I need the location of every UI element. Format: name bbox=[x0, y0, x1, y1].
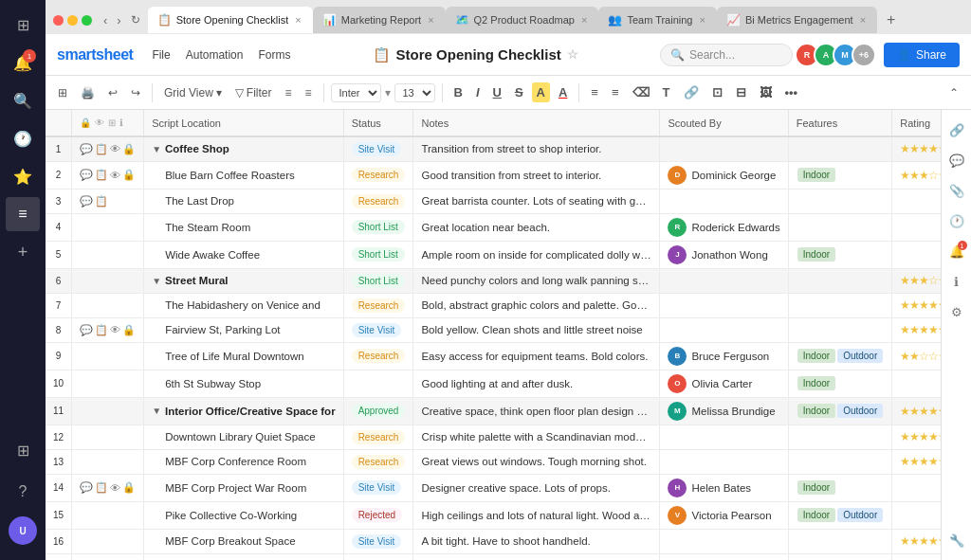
new-tab-button[interactable]: + bbox=[881, 9, 901, 30]
row-action-icon-3[interactable]: 🔒 bbox=[122, 169, 136, 181]
font-size-select[interactable]: 13 bbox=[394, 83, 435, 102]
sidebar-favorites[interactable]: ⭐ bbox=[6, 159, 40, 193]
tab-training[interactable]: 👥 Team Training × bbox=[598, 7, 717, 33]
share-button[interactable]: 👤 Share bbox=[884, 43, 960, 67]
col-script-location[interactable]: Script Location bbox=[144, 110, 344, 136]
script-location-cell: MBF Corp Project War Room bbox=[144, 474, 344, 501]
collapse-btn[interactable]: ⌃ bbox=[944, 83, 963, 102]
row-action-icon-1[interactable]: 📋 bbox=[95, 481, 108, 494]
more-format-btn[interactable]: T bbox=[658, 82, 675, 102]
row-action-icon-0[interactable]: 💬 bbox=[80, 143, 93, 155]
font-select[interactable]: Inter bbox=[331, 83, 381, 102]
panel-link-icon[interactable]: 🔗 bbox=[944, 117, 969, 142]
row-action-icon-2[interactable]: 👁 bbox=[110, 324, 120, 335]
row-action-icon-2[interactable]: 👁 bbox=[110, 170, 120, 181]
feature-tag: Outdoor bbox=[837, 404, 883, 418]
text-color-btn[interactable]: A bbox=[554, 82, 572, 102]
img-btn[interactable]: 🖼 bbox=[755, 82, 777, 102]
panel-history-icon[interactable]: 🕐 bbox=[944, 208, 969, 233]
table-btn[interactable]: ⊡ bbox=[707, 82, 727, 102]
italic-btn[interactable]: I bbox=[471, 82, 485, 102]
underline-btn[interactable]: U bbox=[488, 82, 506, 102]
sidebar-browse[interactable]: ≡ bbox=[6, 197, 40, 231]
sidebar-recent[interactable]: 🕐 bbox=[6, 121, 40, 155]
panel-settings-icon[interactable]: ⚙ bbox=[944, 299, 969, 324]
group-chevron-icon[interactable]: ▼ bbox=[152, 276, 161, 286]
tab-close-2[interactable]: × bbox=[426, 14, 435, 26]
row-action-icon-0[interactable]: 💬 bbox=[80, 195, 93, 208]
link-btn[interactable]: 🔗 bbox=[679, 82, 704, 102]
align-text-left-btn[interactable]: ≡ bbox=[586, 82, 603, 102]
row-icons-cell: 💬📋👁🔒 bbox=[72, 136, 144, 161]
sidebar-notifications[interactable]: 🔔 1 bbox=[6, 45, 40, 80]
sidebar-home[interactable]: ⊞ bbox=[6, 8, 40, 42]
row-action-icon-1[interactable]: 📋 bbox=[95, 169, 108, 181]
toolbar-icon-btn-1[interactable]: ⊞ bbox=[53, 83, 72, 102]
sidebar-add[interactable]: + bbox=[6, 235, 40, 269]
row-action-icon-3[interactable]: 🔒 bbox=[122, 143, 136, 155]
back-button[interactable]: ‹ bbox=[100, 11, 111, 29]
align-right-btn[interactable]: ≡ bbox=[300, 83, 316, 102]
tab-close-3[interactable]: × bbox=[579, 14, 589, 26]
row-action-icon-2[interactable]: 👁 bbox=[110, 482, 120, 494]
row-action-icon-0[interactable]: 💬 bbox=[80, 324, 93, 336]
more-btn[interactable]: ••• bbox=[780, 82, 803, 102]
row-icons-cell bbox=[72, 529, 144, 553]
row-icons-cell bbox=[72, 397, 144, 425]
row-action-icon-0[interactable]: 💬 bbox=[80, 169, 93, 181]
row-action-icon-1[interactable]: 📋 bbox=[95, 143, 108, 155]
strikethrough-btn[interactable]: S bbox=[510, 82, 528, 102]
tab-close-5[interactable]: × bbox=[858, 14, 868, 26]
row-action-icon-3[interactable]: 🔒 bbox=[122, 481, 136, 494]
row-action-icon-1[interactable]: 📋 bbox=[95, 195, 108, 208]
menu-forms[interactable]: Forms bbox=[258, 48, 290, 62]
col-scouted-by[interactable]: Scouted By bbox=[660, 110, 788, 136]
panel-notification-icon[interactable]: 🔔 1 bbox=[944, 239, 969, 263]
tab-close-1[interactable]: × bbox=[293, 14, 302, 26]
col-status[interactable]: Status bbox=[343, 110, 413, 136]
tab-close-4[interactable]: × bbox=[697, 14, 706, 26]
rating-cell bbox=[892, 370, 941, 397]
col-features[interactable]: Features bbox=[788, 110, 892, 136]
col-rating[interactable]: Rating bbox=[892, 110, 941, 136]
sidebar-search[interactable]: 🔍 bbox=[6, 83, 40, 117]
highlight-btn[interactable]: A bbox=[532, 82, 550, 102]
grid-view-btn[interactable]: Grid View ▾ bbox=[159, 83, 227, 102]
menu-file[interactable]: File bbox=[152, 48, 170, 62]
panel-info-icon[interactable]: ℹ bbox=[944, 269, 969, 294]
row-action-icon-0[interactable]: 💬 bbox=[80, 481, 93, 494]
search-box[interactable]: 🔍 Search... bbox=[660, 44, 793, 66]
panel-tools-icon[interactable]: 🔧 bbox=[944, 528, 969, 552]
window-close-dot[interactable] bbox=[53, 15, 64, 26]
menu-automation[interactable]: Automation bbox=[186, 48, 244, 62]
row-action-icon-3[interactable]: 🔒 bbox=[122, 324, 136, 336]
sidebar-help[interactable]: ? bbox=[6, 475, 40, 509]
tab-marketing[interactable]: 📊 Marketing Report × bbox=[313, 7, 446, 33]
window-maximize-dot[interactable] bbox=[82, 15, 92, 26]
tab-store-opening[interactable]: 📋 Store Opening Checklist × bbox=[148, 7, 313, 33]
col-btn[interactable]: ⊟ bbox=[731, 82, 751, 102]
panel-chat-icon[interactable]: 💬 bbox=[944, 148, 969, 172]
tab-metrics[interactable]: 📈 Bi Metrics Engagement × bbox=[717, 7, 877, 33]
row-action-icon-2[interactable]: 👁 bbox=[110, 143, 120, 154]
clear-format-btn[interactable]: ⌫ bbox=[628, 82, 654, 102]
favorite-star-icon[interactable]: ☆ bbox=[567, 47, 578, 62]
group-chevron-icon[interactable]: ▼ bbox=[152, 144, 161, 154]
panel-attach-icon[interactable]: 📎 bbox=[944, 178, 969, 203]
toolbar-undo-btn[interactable]: ↩ bbox=[103, 83, 122, 102]
group-chevron-icon[interactable]: ▼ bbox=[152, 406, 161, 416]
forward-button[interactable]: › bbox=[113, 11, 124, 29]
sidebar-user-avatar[interactable]: U bbox=[9, 516, 37, 545]
sidebar-apps[interactable]: ⊞ bbox=[6, 433, 40, 467]
align-left-btn[interactable]: ≡ bbox=[280, 83, 296, 102]
align-text-center-btn[interactable]: ≡ bbox=[607, 82, 624, 102]
toolbar-print-btn[interactable]: 🖨️ bbox=[76, 83, 100, 102]
window-minimize-dot[interactable] bbox=[67, 15, 78, 26]
col-notes[interactable]: Notes bbox=[413, 110, 660, 136]
refresh-button[interactable]: ↻ bbox=[127, 11, 144, 29]
tab-roadmap[interactable]: 🗺️ Q2 Product Roadmap × bbox=[446, 7, 599, 33]
row-action-icon-1[interactable]: 📋 bbox=[95, 324, 108, 336]
filter-btn[interactable]: ▽ Filter bbox=[230, 83, 277, 102]
toolbar-redo-btn[interactable]: ↪ bbox=[126, 83, 145, 102]
bold-btn[interactable]: B bbox=[449, 82, 467, 102]
